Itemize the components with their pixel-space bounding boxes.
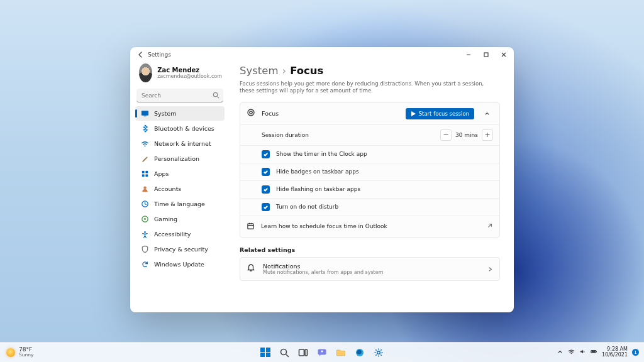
sidebar-item-gaming[interactable]: Gaming [135,212,225,226]
svg-point-12 [144,218,146,220]
sidebar: Zac Mendez zacmendez@outlook.com System [130,62,230,312]
svg-rect-0 [484,53,488,57]
sidebar-item-label: Accessibility [154,231,191,238]
taskbar-clock[interactable]: 9:28 AM 10/6/2021 [602,347,628,358]
breadcrumb-current: Focus [290,65,323,77]
checkbox-icon[interactable] [262,185,270,194]
tray-volume-icon[interactable] [579,348,586,356]
option-hide-flashing[interactable]: Hide flashing on taskbar apps [240,180,499,198]
shield-icon [140,245,149,254]
sidebar-item-bluetooth[interactable]: Bluetooth & devices [135,121,225,136]
duration-decrease[interactable]: − [440,129,452,141]
svg-rect-27 [592,351,596,352]
svg-point-9 [143,186,146,189]
person-icon [140,185,149,194]
taskbar-taskview[interactable] [295,344,311,361]
notification-badge[interactable]: 1 [632,349,639,356]
sidebar-item-privacy[interactable]: Privacy & security [135,242,225,256]
tray-battery-icon[interactable] [591,348,597,356]
play-icon [411,111,416,116]
sidebar-item-label: System [154,110,176,117]
sidebar-item-label: Personalization [154,155,199,162]
option-dnd[interactable]: Turn on do not disturb [240,198,499,216]
sidebar-item-accounts[interactable]: Accounts [135,182,225,196]
option-label: Show the timer in the Clock app [276,151,367,157]
sidebar-nav: System Bluetooth & devices Network & int… [135,106,225,272]
sidebar-item-label: Privacy & security [154,246,208,253]
tray-overflow-icon[interactable] [557,348,564,356]
sidebar-item-label: Accounts [154,185,181,192]
sidebar-item-label: Network & internet [154,140,211,147]
bluetooth-icon [140,124,149,133]
tray-wifi-icon[interactable] [568,348,575,356]
window-title: Settings [147,52,171,58]
start-button[interactable] [257,344,274,361]
page-description: Focus sessions help you get more done by… [240,80,497,95]
wifi-icon [140,140,149,148]
back-button[interactable] [135,52,147,58]
focus-label: Focus [262,110,399,117]
profile[interactable]: Zac Mendez zacmendez@outlook.com [135,62,225,87]
option-hide-badges[interactable]: Hide badges on taskbar apps [240,163,499,180]
bell-icon [247,263,255,275]
duration-increase[interactable]: + [482,129,493,141]
breadcrumb-parent[interactable]: System [240,65,279,77]
gaming-icon [140,215,149,224]
update-icon [140,260,149,269]
sidebar-item-windows-update[interactable]: Windows Update [135,257,225,272]
svg-point-15 [250,111,252,114]
collapse-button[interactable] [480,107,493,120]
taskbar-chat[interactable] [314,344,330,361]
duration-stepper: − 30 mins + [440,129,493,141]
option-label: Hide badges on taskbar apps [276,168,359,175]
search-input[interactable] [136,89,223,102]
sidebar-item-label: Bluetooth & devices [154,125,214,132]
sidebar-item-accessibility[interactable]: Accessibility [135,227,225,241]
checkbox-icon[interactable] [262,168,270,176]
search-box[interactable] [136,89,223,102]
search-icon [213,92,219,100]
sidebar-item-label: Gaming [154,216,177,222]
taskbar-edge[interactable] [352,344,368,361]
sidebar-item-apps[interactable]: Apps [135,167,225,181]
svg-point-14 [248,109,254,116]
weather-widget[interactable]: 78°F Sunny [0,347,40,358]
sidebar-item-label: Time & language [154,200,205,207]
svg-rect-7 [142,174,144,177]
minimize-button[interactable] [460,47,477,62]
desktop: Settings Zac Mendez zacmendez@outlook.co… [0,0,644,362]
start-focus-label: Start focus session [419,111,469,117]
taskbar[interactable]: 78°F Sunny 9:28 AM 10/6/2021 1 [0,342,644,362]
notifications-subtitle: Mute notifications, alerts from apps and… [263,270,383,275]
svg-rect-3 [143,116,146,116]
svg-rect-6 [145,171,148,173]
start-focus-button[interactable]: Start focus session [406,108,474,119]
main-content: System › Focus Focus sessions help you g… [230,62,514,312]
focus-card: Focus Start focus session Session durati… [240,102,500,238]
system-tray[interactable]: 9:28 AM 10/6/2021 1 [552,347,644,358]
taskbar-explorer[interactable] [333,344,349,361]
sidebar-item-network[interactable]: Network & internet [135,136,225,151]
sidebar-item-time-language[interactable]: Time & language [135,197,225,211]
accessibility-icon [140,230,149,239]
titlebar[interactable]: Settings [130,47,514,62]
duration-label: Session duration [262,132,440,138]
option-show-timer[interactable]: Show the timer in the Clock app [240,145,499,163]
checkbox-icon[interactable] [262,150,270,158]
checkbox-icon[interactable] [262,203,270,211]
focus-icon [247,107,255,119]
svg-rect-19 [305,349,308,356]
outlook-link-row[interactable]: Learn how to schedule focus time in Outl… [240,216,499,237]
sidebar-item-label: Windows Update [154,261,204,268]
sidebar-item-system[interactable]: System [135,106,225,121]
taskbar-settings[interactable] [370,344,387,361]
svg-point-24 [571,353,572,354]
close-button[interactable] [495,47,513,62]
svg-point-13 [144,231,146,233]
notifications-row[interactable]: Notifications Mute notifications, alerts… [240,257,500,281]
svg-point-21 [321,350,323,352]
maximize-button[interactable] [477,47,495,62]
taskbar-search[interactable] [276,344,292,361]
focus-header: Focus Start focus session [240,103,499,124]
sidebar-item-personalization[interactable]: Personalization [135,151,225,166]
